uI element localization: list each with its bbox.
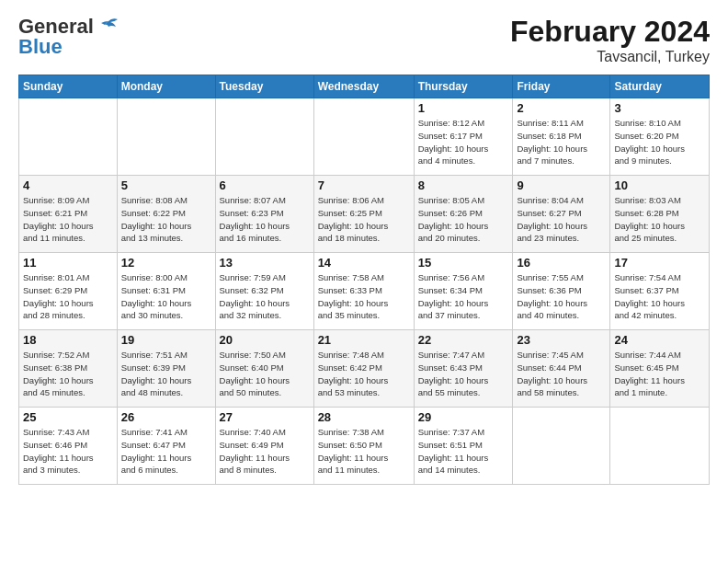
calendar-day-cell: 10Sunrise: 8:03 AM Sunset: 6:28 PM Dayli… xyxy=(610,176,710,253)
day-number: 27 xyxy=(220,410,310,424)
calendar-week-row: 25Sunrise: 7:43 AM Sunset: 6:46 PM Dayli… xyxy=(19,408,710,485)
day-info: Sunrise: 7:48 AM Sunset: 6:42 PM Dayligh… xyxy=(318,349,410,399)
calendar-day-cell xyxy=(513,408,610,485)
calendar-week-row: 1Sunrise: 8:12 AM Sunset: 6:17 PM Daylig… xyxy=(19,98,710,176)
calendar-day-cell: 1Sunrise: 8:12 AM Sunset: 6:17 PM Daylig… xyxy=(414,98,513,176)
day-info: Sunrise: 8:03 AM Sunset: 6:28 PM Dayligh… xyxy=(614,194,705,245)
weekday-header: Tuesday xyxy=(215,75,313,98)
day-info: Sunrise: 7:55 AM Sunset: 6:36 PM Dayligh… xyxy=(517,271,606,322)
calendar-day-cell: 28Sunrise: 7:38 AM Sunset: 6:50 PM Dayli… xyxy=(313,408,414,485)
calendar-day-cell: 15Sunrise: 7:56 AM Sunset: 6:34 PM Dayli… xyxy=(414,253,513,330)
day-info: Sunrise: 7:41 AM Sunset: 6:47 PM Dayligh… xyxy=(121,426,211,477)
calendar-day-cell: 16Sunrise: 7:55 AM Sunset: 6:36 PM Dayli… xyxy=(513,253,610,330)
day-info: Sunrise: 7:56 AM Sunset: 6:34 PM Dayligh… xyxy=(418,271,509,322)
calendar-header-row: SundayMondayTuesdayWednesdayThursdayFrid… xyxy=(19,75,710,98)
day-info: Sunrise: 8:08 AM Sunset: 6:22 PM Dayligh… xyxy=(121,194,211,245)
calendar-day-cell: 27Sunrise: 7:40 AM Sunset: 6:49 PM Dayli… xyxy=(215,408,313,485)
day-number: 9 xyxy=(517,178,606,192)
day-info: Sunrise: 8:01 AM Sunset: 6:29 PM Dayligh… xyxy=(23,271,113,322)
logo-blue: Blue xyxy=(18,35,63,59)
day-number: 13 xyxy=(220,256,310,270)
calendar-day-cell: 6Sunrise: 8:07 AM Sunset: 6:23 PM Daylig… xyxy=(215,176,313,253)
calendar-day-cell: 24Sunrise: 7:44 AM Sunset: 6:45 PM Dayli… xyxy=(610,330,710,408)
day-number: 15 xyxy=(418,256,509,270)
day-info: Sunrise: 8:12 AM Sunset: 6:17 PM Dayligh… xyxy=(418,117,509,167)
day-info: Sunrise: 7:38 AM Sunset: 6:50 PM Dayligh… xyxy=(318,426,410,477)
day-number: 19 xyxy=(121,333,211,347)
day-number: 28 xyxy=(318,410,410,424)
day-number: 1 xyxy=(418,101,509,115)
calendar-day-cell xyxy=(313,98,414,176)
calendar-day-cell: 18Sunrise: 7:52 AM Sunset: 6:38 PM Dayli… xyxy=(19,330,118,408)
day-number: 4 xyxy=(23,178,113,192)
day-number: 10 xyxy=(614,178,705,192)
calendar-day-cell: 8Sunrise: 8:05 AM Sunset: 6:26 PM Daylig… xyxy=(414,176,513,253)
calendar-week-row: 18Sunrise: 7:52 AM Sunset: 6:38 PM Dayli… xyxy=(19,330,710,408)
weekday-header: Thursday xyxy=(414,75,513,98)
calendar-day-cell: 7Sunrise: 8:06 AM Sunset: 6:25 PM Daylig… xyxy=(313,176,414,253)
calendar-day-cell xyxy=(19,98,118,176)
day-number: 16 xyxy=(517,256,606,270)
day-info: Sunrise: 8:11 AM Sunset: 6:18 PM Dayligh… xyxy=(517,117,606,167)
day-info: Sunrise: 8:04 AM Sunset: 6:27 PM Dayligh… xyxy=(517,194,606,245)
day-number: 3 xyxy=(614,101,705,115)
calendar-day-cell xyxy=(610,408,710,485)
header: General Blue February 2024 Tavsancil, Tu… xyxy=(18,15,710,65)
calendar-day-cell: 25Sunrise: 7:43 AM Sunset: 6:46 PM Dayli… xyxy=(19,408,118,485)
day-number: 18 xyxy=(23,333,113,347)
calendar-day-cell: 21Sunrise: 7:48 AM Sunset: 6:42 PM Dayli… xyxy=(313,330,414,408)
day-number: 23 xyxy=(517,333,606,347)
calendar-day-cell: 3Sunrise: 8:10 AM Sunset: 6:20 PM Daylig… xyxy=(610,98,710,176)
day-number: 17 xyxy=(614,256,705,270)
day-info: Sunrise: 7:44 AM Sunset: 6:45 PM Dayligh… xyxy=(614,349,705,399)
day-number: 21 xyxy=(318,333,410,347)
day-number: 8 xyxy=(418,178,509,192)
day-number: 20 xyxy=(220,333,310,347)
day-info: Sunrise: 7:47 AM Sunset: 6:43 PM Dayligh… xyxy=(418,349,509,399)
day-info: Sunrise: 8:10 AM Sunset: 6:20 PM Dayligh… xyxy=(614,117,705,167)
logo: General Blue xyxy=(18,15,121,59)
day-number: 22 xyxy=(418,333,509,347)
day-number: 25 xyxy=(23,410,113,424)
weekday-header: Saturday xyxy=(610,75,710,98)
calendar-day-cell: 14Sunrise: 7:58 AM Sunset: 6:33 PM Dayli… xyxy=(313,253,414,330)
month-title: February 2024 xyxy=(510,15,710,49)
day-number: 12 xyxy=(121,256,211,270)
day-info: Sunrise: 8:06 AM Sunset: 6:25 PM Dayligh… xyxy=(318,194,410,245)
calendar-day-cell: 17Sunrise: 7:54 AM Sunset: 6:37 PM Dayli… xyxy=(610,253,710,330)
calendar-day-cell: 9Sunrise: 8:04 AM Sunset: 6:27 PM Daylig… xyxy=(513,176,610,253)
calendar-week-row: 11Sunrise: 8:01 AM Sunset: 6:29 PM Dayli… xyxy=(19,253,710,330)
day-info: Sunrise: 8:05 AM Sunset: 6:26 PM Dayligh… xyxy=(418,194,509,245)
day-info: Sunrise: 7:59 AM Sunset: 6:32 PM Dayligh… xyxy=(220,271,310,322)
day-info: Sunrise: 7:54 AM Sunset: 6:37 PM Dayligh… xyxy=(614,271,705,322)
weekday-header: Sunday xyxy=(19,75,118,98)
calendar-day-cell: 19Sunrise: 7:51 AM Sunset: 6:39 PM Dayli… xyxy=(117,330,215,408)
calendar-day-cell: 26Sunrise: 7:41 AM Sunset: 6:47 PM Dayli… xyxy=(117,408,215,485)
day-info: Sunrise: 8:09 AM Sunset: 6:21 PM Dayligh… xyxy=(23,194,113,245)
day-info: Sunrise: 8:00 AM Sunset: 6:31 PM Dayligh… xyxy=(121,271,211,322)
day-info: Sunrise: 7:58 AM Sunset: 6:33 PM Dayligh… xyxy=(318,271,410,322)
location-subtitle: Tavsancil, Turkey xyxy=(510,49,710,65)
calendar-day-cell: 22Sunrise: 7:47 AM Sunset: 6:43 PM Dayli… xyxy=(414,330,513,408)
calendar-day-cell xyxy=(215,98,313,176)
calendar-day-cell: 2Sunrise: 8:11 AM Sunset: 6:18 PM Daylig… xyxy=(513,98,610,176)
calendar-table: SundayMondayTuesdayWednesdayThursdayFrid… xyxy=(18,75,710,485)
day-number: 6 xyxy=(220,178,310,192)
day-info: Sunrise: 7:40 AM Sunset: 6:49 PM Dayligh… xyxy=(220,426,310,477)
logo-bird-icon xyxy=(96,17,121,36)
day-info: Sunrise: 7:45 AM Sunset: 6:44 PM Dayligh… xyxy=(517,349,606,399)
weekday-header: Friday xyxy=(513,75,610,98)
calendar-week-row: 4Sunrise: 8:09 AM Sunset: 6:21 PM Daylig… xyxy=(19,176,710,253)
day-info: Sunrise: 7:37 AM Sunset: 6:51 PM Dayligh… xyxy=(418,426,509,477)
day-number: 24 xyxy=(614,333,705,347)
calendar-day-cell: 12Sunrise: 8:00 AM Sunset: 6:31 PM Dayli… xyxy=(117,253,215,330)
calendar-day-cell: 23Sunrise: 7:45 AM Sunset: 6:44 PM Dayli… xyxy=(513,330,610,408)
calendar-day-cell: 13Sunrise: 7:59 AM Sunset: 6:32 PM Dayli… xyxy=(215,253,313,330)
day-number: 29 xyxy=(418,410,509,424)
day-number: 26 xyxy=(121,410,211,424)
day-info: Sunrise: 7:43 AM Sunset: 6:46 PM Dayligh… xyxy=(23,426,113,477)
day-number: 7 xyxy=(318,178,410,192)
day-number: 2 xyxy=(517,101,606,115)
day-info: Sunrise: 8:07 AM Sunset: 6:23 PM Dayligh… xyxy=(220,194,310,245)
day-number: 5 xyxy=(121,178,211,192)
